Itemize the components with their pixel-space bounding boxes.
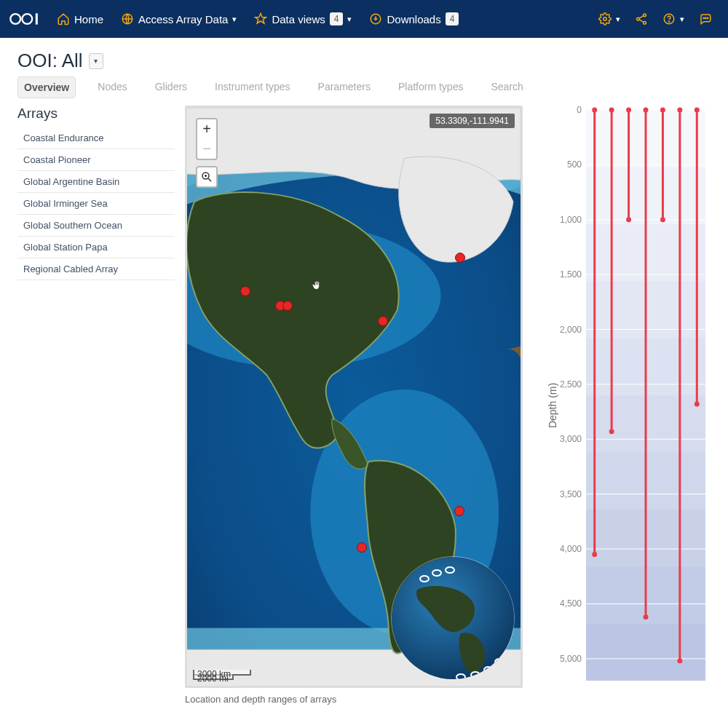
svg-rect-2	[36, 13, 38, 24]
nav-downloads[interactable]: Downloads 4	[360, 0, 467, 38]
downloads-badge: 4	[446, 12, 459, 25]
depth-chart: 05001,0001,5002,0002,5003,0003,5004,0004…	[549, 106, 711, 688]
sidebar-arrays: Arrays Coastal EnduranceCoastal PioneerG…	[17, 106, 185, 705]
array-item-global-argentine-basin[interactable]: Global Argentine Basin	[17, 171, 175, 193]
share-icon	[635, 12, 648, 25]
svg-text:5,000: 5,000	[560, 654, 582, 664]
svg-point-73	[660, 108, 665, 113]
svg-text:1,000: 1,000	[560, 215, 582, 225]
map-marker[interactable]	[378, 316, 388, 326]
nav-dataviews-label: Data views	[272, 13, 325, 25]
svg-point-79	[695, 108, 700, 113]
array-item-regional-cabled-array[interactable]: Regional Cabled Array	[17, 258, 175, 280]
svg-point-13	[707, 17, 708, 18]
svg-point-67	[626, 108, 631, 113]
chat-icon	[699, 12, 712, 25]
array-item-coastal-endurance[interactable]: Coastal Endurance	[17, 127, 175, 149]
map[interactable]: + − 53.3309,-111.9941 3000 km 2000 mi	[185, 106, 523, 688]
tab-instrument-types[interactable]: Instrument types	[209, 76, 296, 98]
nav-home[interactable]: Home	[48, 0, 112, 38]
map-marker[interactable]	[455, 253, 465, 263]
map-caption: Location and depth ranges of arrays	[185, 694, 534, 705]
caret-icon: ▾	[680, 15, 684, 24]
nav-data-views[interactable]: Data views 4 ▾	[245, 0, 360, 38]
array-item-coastal-pioneer[interactable]: Coastal Pioneer	[17, 149, 175, 171]
svg-text:1,500: 1,500	[560, 269, 582, 280]
map-zoom-in-button[interactable]: +	[196, 118, 218, 140]
svg-point-11	[703, 17, 704, 18]
pan-cursor-icon	[311, 280, 323, 291]
globe-icon	[121, 12, 134, 25]
svg-text:4,500: 4,500	[560, 598, 582, 609]
tabs: OverviewNodesGlidersInstrument typesPara…	[0, 76, 728, 106]
map-scale-mi: 2000 mi	[193, 674, 234, 680]
svg-point-70	[644, 108, 649, 113]
map-marker[interactable]	[282, 301, 293, 311]
nav-access-label: Access Array Data	[138, 13, 228, 25]
gear-icon	[598, 12, 612, 25]
help-icon	[662, 12, 676, 25]
svg-text:3,500: 3,500	[560, 489, 582, 499]
dataviews-badge: 4	[330, 12, 344, 25]
map-marker[interactable]	[357, 542, 367, 553]
tab-search[interactable]: Search	[485, 76, 529, 98]
map-zoom-out-button[interactable]: −	[196, 138, 218, 160]
nav-access-array-data[interactable]: Access Array Data ▾	[112, 0, 245, 38]
download-icon	[369, 12, 382, 25]
svg-point-65	[609, 429, 614, 434]
nav-chat[interactable]	[692, 0, 719, 38]
tab-parameters[interactable]: Parameters	[312, 76, 376, 98]
tab-platform-types[interactable]: Platform types	[392, 76, 469, 98]
nav-home-label: Home	[74, 13, 103, 25]
map-inset-globe[interactable]	[391, 556, 515, 680]
map-zoom-rect-button[interactable]	[196, 166, 218, 188]
nav-settings[interactable]: ▾	[591, 0, 628, 38]
svg-text:2,500: 2,500	[560, 379, 582, 389]
svg-rect-37	[586, 624, 705, 681]
depth-chart-ylabel: Depth (m)	[547, 382, 558, 427]
nav-downloads-label: Downloads	[387, 13, 440, 25]
ooi-logo	[9, 9, 42, 29]
svg-point-80	[695, 402, 700, 407]
svg-point-8	[644, 21, 646, 24]
tab-overview[interactable]: Overview	[17, 76, 76, 98]
top-navbar: Home Access Array Data ▾ Data views 4 ▾ …	[0, 0, 728, 38]
home-icon	[57, 12, 70, 25]
sidebar-title: Arrays	[17, 106, 175, 122]
svg-text:4,000: 4,000	[560, 544, 582, 554]
tab-nodes[interactable]: Nodes	[92, 76, 132, 98]
title-dropdown[interactable]: ▾	[89, 53, 103, 69]
svg-point-74	[660, 217, 665, 222]
svg-text:500: 500	[567, 159, 582, 170]
svg-point-10	[668, 21, 669, 22]
svg-point-76	[677, 108, 682, 113]
svg-point-5	[604, 17, 607, 21]
array-item-global-station-papa[interactable]: Global Station Papa	[17, 237, 175, 258]
svg-point-12	[705, 17, 706, 18]
svg-point-1	[22, 14, 32, 24]
star-icon	[254, 12, 267, 25]
svg-text:2,000: 2,000	[560, 325, 582, 335]
svg-point-71	[644, 614, 649, 620]
caret-icon: ▾	[347, 15, 352, 24]
map-marker[interactable]	[240, 286, 250, 296]
map-marker[interactable]	[454, 506, 464, 516]
array-item-global-irminger-sea[interactable]: Global Irminger Sea	[17, 193, 175, 215]
svg-point-62	[592, 552, 597, 557]
svg-point-77	[677, 658, 682, 663]
nav-help[interactable]: ▾	[655, 0, 692, 38]
map-coordinates: 53.3309,-111.9941	[430, 114, 515, 128]
tab-gliders[interactable]: Gliders	[149, 76, 193, 98]
svg-text:3,000: 3,000	[560, 434, 582, 444]
svg-point-6	[644, 14, 646, 17]
svg-point-68	[626, 217, 631, 222]
map-scale: 3000 km 2000 mi	[193, 670, 251, 680]
array-item-global-southern-ocean[interactable]: Global Southern Ocean	[17, 215, 175, 237]
caret-icon: ▾	[616, 15, 620, 24]
nav-share[interactable]	[628, 0, 655, 38]
svg-point-61	[592, 108, 597, 113]
svg-point-7	[637, 17, 640, 20]
svg-point-0	[10, 14, 20, 24]
caret-icon: ▾	[232, 15, 237, 24]
page-title: OOI: All	[17, 50, 83, 72]
